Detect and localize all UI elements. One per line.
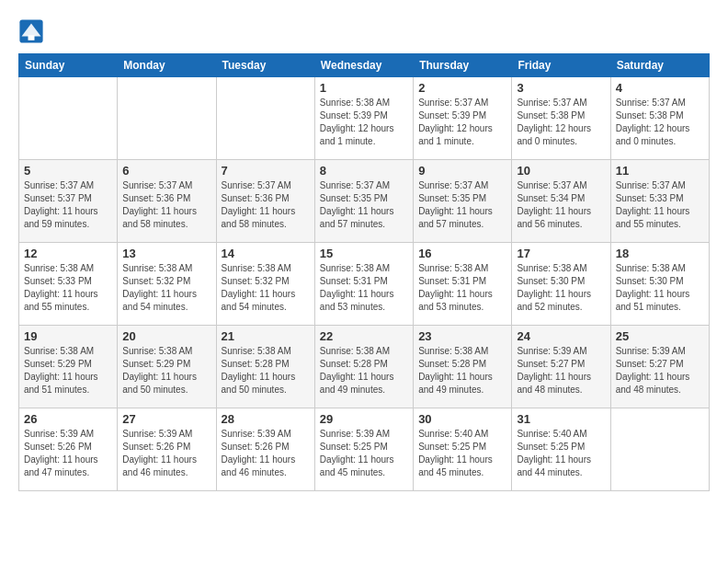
calendar-cell: 11Sunrise: 5:37 AM Sunset: 5:33 PM Dayli… xyxy=(610,160,709,243)
day-info: Sunrise: 5:38 AM Sunset: 5:30 PM Dayligh… xyxy=(616,262,704,314)
calendar-cell: 10Sunrise: 5:37 AM Sunset: 5:34 PM Dayli… xyxy=(512,160,610,243)
day-info: Sunrise: 5:37 AM Sunset: 5:38 PM Dayligh… xyxy=(517,97,605,148)
day-number: 22 xyxy=(320,329,408,343)
day-number: 17 xyxy=(517,247,605,260)
day-info: Sunrise: 5:38 AM Sunset: 5:33 PM Dayligh… xyxy=(24,262,112,314)
day-number: 23 xyxy=(418,329,506,343)
calendar-cell: 3Sunrise: 5:37 AM Sunset: 5:38 PM Daylig… xyxy=(512,77,610,160)
header-tuesday: Tuesday xyxy=(216,54,314,77)
day-number: 11 xyxy=(616,164,704,178)
day-info: Sunrise: 5:37 AM Sunset: 5:35 PM Dayligh… xyxy=(418,179,506,231)
day-number: 28 xyxy=(222,412,310,426)
day-info: Sunrise: 5:39 AM Sunset: 5:25 PM Dayligh… xyxy=(320,428,408,479)
calendar-cell: 5Sunrise: 5:37 AM Sunset: 5:37 PM Daylig… xyxy=(19,160,118,243)
day-number: 6 xyxy=(122,164,210,178)
calendar-cell: 15Sunrise: 5:38 AM Sunset: 5:31 PM Dayli… xyxy=(314,243,413,326)
day-number: 24 xyxy=(517,329,605,343)
day-number: 30 xyxy=(418,412,506,426)
day-info: Sunrise: 5:40 AM Sunset: 5:25 PM Dayligh… xyxy=(418,428,506,479)
calendar-cell: 2Sunrise: 5:37 AM Sunset: 5:39 PM Daylig… xyxy=(414,77,512,160)
day-number: 12 xyxy=(24,247,112,260)
calendar-cell xyxy=(118,77,216,160)
calendar-cell: 19Sunrise: 5:38 AM Sunset: 5:29 PM Dayli… xyxy=(19,326,118,408)
calendar-week-row: 26Sunrise: 5:39 AM Sunset: 5:26 PM Dayli… xyxy=(19,408,710,491)
day-number: 13 xyxy=(122,247,210,260)
day-info: Sunrise: 5:39 AM Sunset: 5:27 PM Dayligh… xyxy=(616,345,704,396)
day-info: Sunrise: 5:38 AM Sunset: 5:29 PM Dayligh… xyxy=(24,345,112,396)
calendar-cell: 8Sunrise: 5:37 AM Sunset: 5:35 PM Daylig… xyxy=(314,160,413,243)
calendar-cell: 4Sunrise: 5:37 AM Sunset: 5:38 PM Daylig… xyxy=(610,77,709,160)
day-number: 25 xyxy=(616,329,704,343)
day-number: 10 xyxy=(517,164,605,178)
calendar-cell: 6Sunrise: 5:37 AM Sunset: 5:36 PM Daylig… xyxy=(118,160,216,243)
day-number: 9 xyxy=(418,164,506,178)
day-number: 19 xyxy=(24,329,112,343)
calendar-cell: 14Sunrise: 5:38 AM Sunset: 5:32 PM Dayli… xyxy=(216,243,314,326)
calendar-cell: 31Sunrise: 5:40 AM Sunset: 5:25 PM Dayli… xyxy=(512,408,610,491)
logo xyxy=(18,18,46,44)
day-number: 14 xyxy=(222,247,310,260)
calendar-cell: 25Sunrise: 5:39 AM Sunset: 5:27 PM Dayli… xyxy=(610,326,709,408)
calendar-cell: 30Sunrise: 5:40 AM Sunset: 5:25 PM Dayli… xyxy=(414,408,512,491)
day-number: 3 xyxy=(517,81,605,95)
day-info: Sunrise: 5:38 AM Sunset: 5:28 PM Dayligh… xyxy=(418,345,506,396)
calendar-week-row: 19Sunrise: 5:38 AM Sunset: 5:29 PM Dayli… xyxy=(19,326,710,408)
day-info: Sunrise: 5:37 AM Sunset: 5:33 PM Dayligh… xyxy=(616,179,704,231)
day-info: Sunrise: 5:38 AM Sunset: 5:31 PM Dayligh… xyxy=(320,262,408,314)
day-number: 27 xyxy=(122,412,210,426)
calendar-cell: 22Sunrise: 5:38 AM Sunset: 5:28 PM Dayli… xyxy=(314,326,413,408)
calendar-cell: 18Sunrise: 5:38 AM Sunset: 5:30 PM Dayli… xyxy=(610,243,709,326)
day-number: 5 xyxy=(24,164,112,178)
calendar-cell: 21Sunrise: 5:38 AM Sunset: 5:28 PM Dayli… xyxy=(216,326,314,408)
day-info: Sunrise: 5:39 AM Sunset: 5:26 PM Dayligh… xyxy=(222,428,310,479)
day-number: 8 xyxy=(320,164,408,178)
calendar-week-row: 1Sunrise: 5:38 AM Sunset: 5:39 PM Daylig… xyxy=(19,77,710,160)
day-info: Sunrise: 5:38 AM Sunset: 5:28 PM Dayligh… xyxy=(222,345,310,396)
day-number: 2 xyxy=(418,81,506,95)
calendar-cell: 28Sunrise: 5:39 AM Sunset: 5:26 PM Dayli… xyxy=(216,408,314,491)
svg-rect-2 xyxy=(28,35,35,40)
day-number: 31 xyxy=(517,412,605,426)
day-info: Sunrise: 5:39 AM Sunset: 5:27 PM Dayligh… xyxy=(517,345,605,396)
day-info: Sunrise: 5:38 AM Sunset: 5:30 PM Dayligh… xyxy=(517,262,605,314)
logo-icon xyxy=(18,18,44,44)
day-info: Sunrise: 5:37 AM Sunset: 5:37 PM Dayligh… xyxy=(24,179,112,231)
day-number: 18 xyxy=(616,247,704,260)
header-friday: Friday xyxy=(512,54,610,77)
day-number: 4 xyxy=(616,81,704,95)
header-monday: Monday xyxy=(118,54,216,77)
calendar-week-row: 12Sunrise: 5:38 AM Sunset: 5:33 PM Dayli… xyxy=(19,243,710,326)
header-row: Sunday Monday Tuesday Wednesday Thursday… xyxy=(19,54,710,77)
calendar-cell: 9Sunrise: 5:37 AM Sunset: 5:35 PM Daylig… xyxy=(414,160,512,243)
calendar-table: Sunday Monday Tuesday Wednesday Thursday… xyxy=(18,53,710,491)
calendar-header: Sunday Monday Tuesday Wednesday Thursday… xyxy=(19,54,710,77)
calendar-cell: 23Sunrise: 5:38 AM Sunset: 5:28 PM Dayli… xyxy=(414,326,512,408)
calendar-cell: 29Sunrise: 5:39 AM Sunset: 5:25 PM Dayli… xyxy=(314,408,413,491)
header-saturday: Saturday xyxy=(610,54,709,77)
calendar-week-row: 5Sunrise: 5:37 AM Sunset: 5:37 PM Daylig… xyxy=(19,160,710,243)
calendar-cell: 24Sunrise: 5:39 AM Sunset: 5:27 PM Dayli… xyxy=(512,326,610,408)
calendar-cell xyxy=(610,408,709,491)
day-info: Sunrise: 5:37 AM Sunset: 5:35 PM Dayligh… xyxy=(320,179,408,231)
calendar-cell xyxy=(216,77,314,160)
day-info: Sunrise: 5:38 AM Sunset: 5:29 PM Dayligh… xyxy=(122,345,210,396)
day-number: 21 xyxy=(222,329,310,343)
calendar-cell: 7Sunrise: 5:37 AM Sunset: 5:36 PM Daylig… xyxy=(216,160,314,243)
calendar-cell: 20Sunrise: 5:38 AM Sunset: 5:29 PM Dayli… xyxy=(118,326,216,408)
day-number: 1 xyxy=(320,81,408,95)
day-info: Sunrise: 5:37 AM Sunset: 5:39 PM Dayligh… xyxy=(418,97,506,148)
day-info: Sunrise: 5:37 AM Sunset: 5:36 PM Dayligh… xyxy=(222,179,310,231)
day-info: Sunrise: 5:37 AM Sunset: 5:36 PM Dayligh… xyxy=(122,179,210,231)
calendar-cell: 17Sunrise: 5:38 AM Sunset: 5:30 PM Dayli… xyxy=(512,243,610,326)
calendar-body: 1Sunrise: 5:38 AM Sunset: 5:39 PM Daylig… xyxy=(19,77,710,491)
day-number: 26 xyxy=(24,412,112,426)
header-sunday: Sunday xyxy=(19,54,118,77)
day-number: 29 xyxy=(320,412,408,426)
day-number: 7 xyxy=(222,164,310,178)
day-info: Sunrise: 5:37 AM Sunset: 5:34 PM Dayligh… xyxy=(517,179,605,231)
calendar-cell: 26Sunrise: 5:39 AM Sunset: 5:26 PM Dayli… xyxy=(19,408,118,491)
day-info: Sunrise: 5:40 AM Sunset: 5:25 PM Dayligh… xyxy=(517,428,605,479)
day-info: Sunrise: 5:37 AM Sunset: 5:38 PM Dayligh… xyxy=(616,97,704,148)
page-header xyxy=(18,18,710,44)
day-info: Sunrise: 5:38 AM Sunset: 5:32 PM Dayligh… xyxy=(222,262,310,314)
